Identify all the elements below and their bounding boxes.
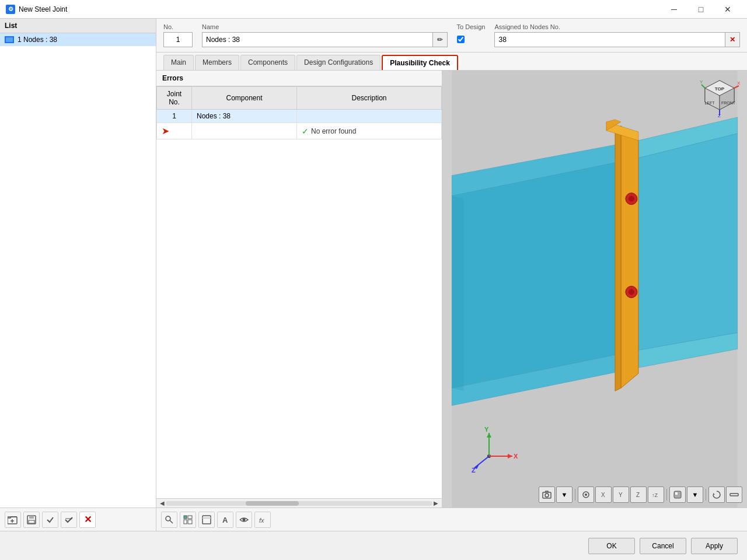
close-button[interactable]: ✕ (714, 0, 741, 19)
horizontal-scrollbar[interactable]: ◀ ▶ (156, 498, 442, 508)
window-controls: ─ □ ✕ (661, 0, 741, 19)
svg-text:↑Z: ↑Z (652, 492, 658, 498)
content-area: List 1 Nodes : 38 (0, 19, 747, 531)
check-button2[interactable] (61, 512, 77, 528)
tab-plausibility[interactable]: Plausibility Check (382, 55, 458, 70)
svg-text:X: X (514, 453, 518, 460)
vp-x-btn[interactable]: X (595, 487, 612, 503)
vp-extra-btn[interactable] (726, 487, 742, 503)
vp-sep1 (575, 489, 575, 501)
scroll-right-arrow[interactable]: ▶ (432, 500, 439, 507)
list-item[interactable]: 1 Nodes : 38 (0, 33, 156, 46)
errors-data-table: Joint No. Component Description (156, 86, 442, 139)
coord-axes: X Y Z (472, 427, 518, 475)
tab-components[interactable]: Components (240, 55, 295, 70)
svg-line-45 (474, 456, 489, 468)
vp-render-btn[interactable] (669, 487, 686, 503)
nav-cube[interactable]: TOP LEFT FRONT X Y Z (699, 78, 740, 118)
assigned-clear-button[interactable]: ✕ (725, 32, 740, 47)
name-input[interactable] (202, 32, 432, 47)
eye-button[interactable] (236, 512, 252, 528)
no-label: No. (163, 23, 193, 30)
new-folder-button[interactable] (5, 512, 21, 528)
bottom-toolbar: A fx (156, 508, 747, 531)
list-header: List (0, 19, 156, 33)
grid-button[interactable] (180, 512, 196, 528)
list-item-icon (5, 36, 14, 43)
svg-text:A: A (222, 516, 228, 524)
tab-design-config[interactable]: Design Configurations (296, 55, 381, 70)
maximize-button[interactable]: □ (687, 0, 714, 19)
form-area: No. Name ✏ To Design As (156, 19, 747, 52)
cancel-button[interactable]: Cancel (640, 538, 686, 554)
apply-button[interactable]: Apply (691, 538, 738, 554)
formula-button[interactable]: fx (254, 512, 271, 528)
svg-rect-65 (188, 520, 192, 524)
vp-tz-btn[interactable]: ↑Z (648, 487, 664, 503)
to-design-checkbox-group (457, 36, 486, 43)
svg-text:Z: Z (472, 467, 476, 474)
scroll-left-arrow[interactable]: ◀ (159, 500, 166, 507)
right-panel: No. Name ✏ To Design As (156, 19, 747, 531)
assigned-group: Assigned to Nodes No. ✕ (494, 23, 740, 47)
scroll-track[interactable] (166, 501, 432, 506)
svg-rect-6 (29, 516, 34, 519)
assigned-input[interactable] (494, 32, 725, 47)
svg-marker-43 (487, 433, 491, 438)
svg-rect-62 (184, 516, 187, 519)
svg-point-23 (629, 289, 634, 295)
vp-dropdown-btn2[interactable]: ▼ (687, 487, 703, 503)
col-component: Component (192, 87, 297, 110)
vp-dropdown-btn1[interactable]: ▼ (556, 487, 573, 503)
no-input[interactable] (163, 32, 193, 47)
table-row[interactable]: ➤ ✓ No error found (157, 123, 442, 139)
check-icon: ✓ (302, 127, 309, 136)
nav-cube-svg: TOP LEFT FRONT X Y Z (699, 78, 740, 118)
tab-members[interactable]: Members (195, 55, 239, 70)
red-arrow-icon: ➤ (162, 125, 169, 136)
tab-main[interactable]: Main (163, 55, 194, 70)
to-design-checkbox[interactable] (457, 36, 465, 43)
table-row[interactable]: 1 Nodes : 38 (157, 110, 442, 123)
assigned-label: Assigned to Nodes No. (494, 23, 740, 30)
svg-marker-14 (638, 134, 738, 351)
svg-rect-67 (203, 517, 211, 519)
col-joint-no: Joint No. (157, 87, 192, 110)
scroll-thumb (246, 501, 299, 506)
svg-text:X: X (601, 492, 605, 498)
delete-button[interactable]: ✕ (79, 512, 96, 528)
svg-marker-11 (452, 158, 638, 388)
cell-joint-no-2: ➤ (157, 123, 192, 139)
vp-view-btn[interactable] (578, 487, 594, 503)
check-button1[interactable] (42, 512, 58, 528)
svg-text:FRONT: FRONT (721, 101, 736, 105)
assigned-input-group: ✕ (494, 32, 740, 47)
vp-reset-btn[interactable] (708, 487, 725, 503)
svg-rect-64 (184, 520, 187, 524)
vp-camera-btn[interactable] (539, 487, 555, 503)
svg-marker-17 (615, 126, 621, 391)
arrow-container: ➤ (162, 125, 187, 136)
svg-rect-63 (188, 516, 192, 519)
no-error-container: ✓ No error found (302, 127, 437, 136)
svg-text:TOP: TOP (715, 86, 725, 92)
save-button[interactable] (23, 512, 40, 528)
svg-rect-1 (6, 37, 13, 42)
text-button[interactable]: A (217, 512, 233, 528)
tabs-area: Main Members Components Design Configura… (156, 52, 747, 71)
svg-point-51 (585, 494, 587, 496)
table-button[interactable] (198, 512, 215, 528)
search-button[interactable] (161, 512, 177, 528)
svg-marker-58 (713, 493, 715, 495)
minimize-button[interactable]: ─ (661, 0, 687, 19)
viewport[interactable]: TOP LEFT FRONT X Y Z (442, 71, 747, 508)
svg-rect-7 (29, 520, 34, 523)
window-title: New Steel Joint (19, 5, 67, 13)
svg-marker-16 (621, 126, 638, 388)
vp-y-btn[interactable]: Y (613, 487, 629, 503)
name-edit-button[interactable]: ✏ (432, 32, 448, 47)
ok-button[interactable]: OK (588, 538, 635, 554)
cell-description (297, 110, 442, 123)
title-bar-left: ⚙ New Steel Joint (6, 5, 67, 14)
vp-z-btn[interactable]: Z (630, 487, 647, 503)
